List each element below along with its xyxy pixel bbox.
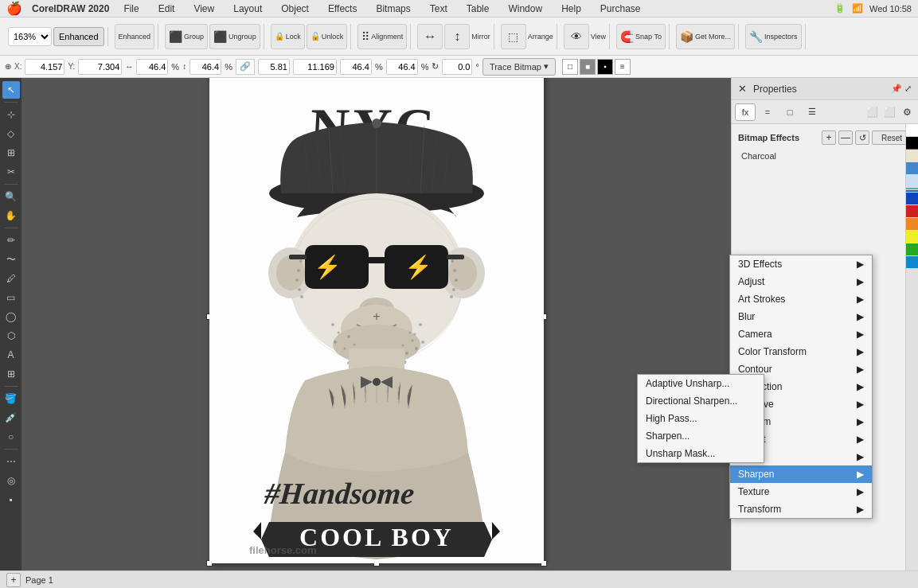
color-mode-btn4[interactable]: ≡	[615, 59, 631, 75]
remove-effect-button[interactable]: —	[838, 130, 853, 145]
menu-texture[interactable]: Texture ▶	[730, 483, 872, 500]
lock-ratio-button[interactable]: 🔗	[236, 59, 255, 75]
shadow-tool[interactable]: ▪	[2, 491, 20, 508]
eyedropper-tool[interactable]: 💉	[2, 409, 20, 426]
x-input[interactable]	[25, 59, 64, 75]
menu-text[interactable]: Text	[425, 2, 452, 16]
menu-window[interactable]: Window	[503, 2, 547, 16]
height2-input[interactable]	[293, 59, 337, 75]
color-green[interactable]	[906, 243, 918, 256]
menu-view[interactable]: View	[189, 2, 219, 16]
height-input[interactable]	[189, 59, 221, 75]
sharpen-directional[interactable]: Directional Sharpen...	[638, 392, 764, 410]
node-tool[interactable]: ◇	[2, 125, 20, 142]
contour-tool[interactable]: ◎	[2, 472, 20, 489]
view-button[interactable]: 👁	[564, 24, 589, 49]
ellipse-tool[interactable]: ◯	[2, 308, 20, 325]
ungroup-button[interactable]: ⬛ Ungroup	[209, 24, 260, 49]
color-spec3[interactable]	[906, 256, 918, 269]
bezier-tool[interactable]: 〜	[2, 251, 20, 268]
menu-transform[interactable]: Transform ▶	[730, 500, 872, 518]
pan-tool[interactable]: ✋	[2, 207, 20, 224]
pick-tool[interactable]: ⊹	[2, 106, 20, 123]
view-modes-btn[interactable]: Enhanced	[115, 24, 155, 49]
arrange-button[interactable]: ⬚	[501, 24, 526, 49]
select-tool[interactable]: ↖	[2, 81, 20, 99]
crop-tool[interactable]: ✂	[2, 163, 20, 181]
menu-table[interactable]: Table	[462, 2, 494, 16]
color-white[interactable]	[906, 124, 918, 137]
menu-bitmaps[interactable]: Bitmaps	[371, 2, 415, 16]
color-yellow[interactable]	[906, 231, 918, 243]
color-mode-btn1[interactable]: □	[562, 59, 578, 75]
tab-object[interactable]: □	[779, 103, 800, 121]
zoom-select[interactable]: 163%	[8, 27, 52, 46]
refresh-effect-button[interactable]: ↺	[855, 130, 869, 145]
color-black[interactable]	[906, 137, 918, 150]
color-mode-btn2[interactable]: ■	[580, 59, 596, 75]
sharpen-high-pass[interactable]: High Pass...	[638, 410, 764, 427]
color-orange[interactable]	[906, 218, 918, 231]
tab-fx[interactable]: fx	[735, 103, 756, 121]
mirror-v-button[interactable]: ↕	[444, 24, 470, 49]
lock-button[interactable]: 🔒 Lock	[271, 24, 305, 49]
pen-tool[interactable]: 🖊	[2, 270, 20, 287]
menu-blur[interactable]: Blur ▶	[730, 308, 872, 325]
tab-properties[interactable]: =	[757, 103, 778, 121]
add-effect-button[interactable]: +	[822, 130, 836, 145]
height3-input[interactable]	[386, 59, 418, 75]
color-blue1[interactable]	[906, 162, 918, 175]
color-accent[interactable]	[906, 193, 918, 205]
tab-icon2[interactable]: ⬜	[881, 103, 897, 121]
tab-icon1[interactable]: ⬜	[864, 103, 880, 121]
sharpen-adaptive-unsharp[interactable]: Adaptive Unsharp...	[638, 375, 764, 392]
mirror-h-button[interactable]: ↔	[417, 24, 443, 49]
width2-input[interactable]	[258, 59, 290, 75]
rect-tool[interactable]: ▭	[2, 289, 20, 306]
color-special1[interactable]	[906, 150, 918, 162]
tab-list[interactable]: ☰	[802, 103, 822, 121]
menu-color-transform[interactable]: Color Transform ▶	[730, 343, 872, 360]
menu-effects[interactable]: Effects	[323, 2, 361, 16]
properties-pin-icon[interactable]: 📌	[891, 84, 902, 94]
menu-file[interactable]: File	[119, 2, 143, 16]
menu-camera[interactable]: Camera ▶	[730, 325, 872, 343]
outline-tool[interactable]: ○	[2, 428, 20, 446]
color-mode-btn3[interactable]: ▪	[597, 59, 613, 75]
blend-tool[interactable]: ⋯	[2, 453, 20, 470]
enhanced-button[interactable]: Enhanced	[53, 27, 104, 46]
snap-button[interactable]: 🧲 Snap To	[616, 24, 666, 49]
fill-tool[interactable]: 🪣	[2, 390, 20, 407]
apple-icon[interactable]: 🍎	[6, 1, 22, 16]
get-more-button[interactable]: 📦 Get More...	[676, 24, 735, 49]
menu-edit[interactable]: Edit	[154, 2, 180, 16]
menu-help[interactable]: Help	[557, 2, 586, 16]
freehand-tool[interactable]: ✏	[2, 232, 20, 249]
group-button[interactable]: ⬛ Group	[165, 24, 208, 49]
color-red[interactable]	[906, 205, 918, 218]
canvas-area[interactable]: NYC	[22, 78, 731, 570]
tab-icon3[interactable]: ⚙	[899, 103, 915, 121]
width-input[interactable]	[136, 59, 168, 75]
polygon-tool[interactable]: ⬡	[2, 327, 20, 345]
sharpen-unsharp-mask[interactable]: Unsharp Mask...	[638, 445, 764, 462]
unlock-button[interactable]: 🔓 Unlock	[307, 24, 348, 49]
transform-tool[interactable]: ⊞	[2, 144, 20, 162]
color-special2[interactable]	[906, 175, 918, 188]
properties-close-icon[interactable]: ✕	[738, 83, 747, 95]
menu-art-strokes[interactable]: Art Strokes ▶	[730, 290, 872, 308]
trace-bitmap-button[interactable]: Trace Bitmap ▾	[482, 58, 556, 76]
width3-input[interactable]	[340, 59, 372, 75]
menu-object[interactable]: Object	[276, 2, 314, 16]
alignment-button[interactable]: ⠿ Alignment	[357, 24, 407, 49]
menu-layout[interactable]: Layout	[229, 2, 267, 16]
y-input[interactable]	[78, 59, 122, 75]
angle-input[interactable]	[442, 59, 472, 75]
sharpen-sharpen[interactable]: Sharpen...	[638, 427, 764, 445]
menu-adjust[interactable]: Adjust ▶	[730, 273, 872, 290]
properties-expand-icon[interactable]: ⤢	[904, 84, 912, 94]
table-tool[interactable]: ⊞	[2, 365, 20, 383]
sharpen-submenu[interactable]: Adaptive Unsharp... Directional Sharpen.…	[637, 374, 764, 463]
add-page-button[interactable]: +	[6, 573, 21, 587]
zoom-tool[interactable]: 🔍	[2, 188, 20, 205]
